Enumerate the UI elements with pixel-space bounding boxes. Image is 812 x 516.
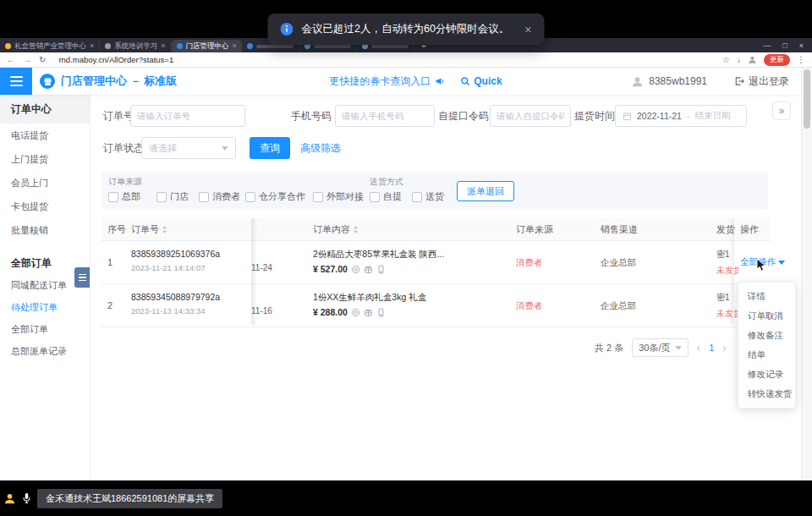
- tab-close-icon[interactable]: ×: [90, 42, 94, 50]
- dispatch-return-button[interactable]: 派单退回: [457, 181, 514, 201]
- page-size-select[interactable]: 30条/页: [632, 338, 688, 357]
- page-scrollbar[interactable]: [801, 68, 812, 480]
- toast-message: 会议已超过2人，自动转为60分钟限时会议。: [301, 22, 509, 36]
- maximize-icon[interactable]: □: [782, 41, 787, 50]
- sort-icon[interactable]: [353, 225, 359, 234]
- pagination: 共 2 条 30条/页 ‹ 1 ›: [595, 338, 727, 357]
- order-status-select[interactable]: 请选择: [141, 137, 236, 159]
- delivery-checkbox-self-pickup[interactable]: 自提: [370, 190, 402, 203]
- browser-tab-2[interactable]: 系统培训学习 ×: [100, 40, 171, 52]
- cell-order-content: 1份XX生鲜羊肉礼盒3kg 礼盒 ¥ 288.00: [313, 292, 506, 317]
- sidebar-item-member-visit[interactable]: 会员上门: [0, 171, 90, 195]
- quick-label: Quick: [474, 75, 502, 87]
- gift-icon: [364, 265, 373, 274]
- date-range-picker[interactable]: 2022-11-21 - 结束日期: [615, 105, 747, 127]
- menu-item-cancel-order[interactable]: 订单取消: [738, 306, 795, 326]
- date-end-placeholder[interactable]: 结束日期: [694, 110, 730, 122]
- menu-item-express-ship[interactable]: 转快递发货: [738, 384, 795, 403]
- collapse-filters-button[interactable]: »: [772, 102, 791, 120]
- sidebar-collapse-button[interactable]: [74, 267, 90, 288]
- order-no-input[interactable]: [130, 105, 245, 127]
- tab-label-placeholder: [256, 45, 294, 48]
- cell-index: 2: [107, 284, 112, 327]
- order-number[interactable]: 83859345088979792a: [131, 292, 220, 302]
- sidebar-item-batch-verify[interactable]: 批量核销: [0, 218, 90, 242]
- presenter-icon: [3, 492, 16, 505]
- forward-icon[interactable]: →: [23, 55, 31, 64]
- screen-share-bar: 金禾通技术王斌18662591081的屏幕共享: [0, 480, 812, 516]
- browser-tab-1[interactable]: 礼盒营销产业管理中心 ×: [0, 40, 100, 52]
- sidebar-item-all-orders[interactable]: 全部订单: [0, 318, 90, 340]
- checkbox-icon: [199, 192, 209, 202]
- sort-icon[interactable]: [162, 225, 167, 234]
- menu-item-close-order[interactable]: 结单: [738, 345, 795, 365]
- tab-close-icon[interactable]: ×: [161, 42, 165, 50]
- kebab-menu-icon[interactable]: ⋮: [797, 55, 805, 64]
- scrollbar-thumb[interactable]: [804, 69, 810, 129]
- user-account[interactable]: 8385wb1991: [631, 75, 707, 88]
- menu-toggle-button[interactable]: [0, 68, 32, 95]
- source-checkbox-external[interactable]: 外部对接: [313, 190, 364, 203]
- menu-item-details[interactable]: 详情: [738, 287, 795, 306]
- source-checkbox-warehouse-share[interactable]: 仓分享合作: [245, 190, 305, 203]
- phone-label: 手机号码: [291, 105, 332, 127]
- tab-close-icon[interactable]: ×: [233, 42, 237, 50]
- sidebar-item-hq-dispatch-records[interactable]: 总部派单记录: [0, 340, 90, 362]
- tab-favicon: [105, 43, 111, 49]
- logout-button[interactable]: 退出登录: [734, 74, 789, 89]
- back-icon[interactable]: ←: [7, 55, 15, 64]
- browser-window: 礼盒营销产业管理中心 × 系统培训学习 × 门店管理中心 ×: [0, 38, 812, 480]
- screen: 礼盒营销产业管理中心 × 系统培训学习 × 门店管理中心 ×: [0, 0, 812, 516]
- tab-label: 门店管理中心: [186, 41, 229, 52]
- checkbox-label: 送货: [425, 190, 444, 203]
- download-icon[interactable]: ↓: [737, 55, 741, 64]
- date-start-value[interactable]: 2022-11-21: [637, 111, 682, 121]
- page-body: 订单中心 电话提货 上门提货 会员上门 卡包提货 批量核销 全部订单 同城配送订…: [0, 95, 812, 480]
- col-channel: 销售渠道: [601, 218, 638, 240]
- app-logo-icon: [40, 74, 55, 89]
- sidebar-item-phone-pickup[interactable]: 电话提货: [0, 124, 90, 147]
- tab-label: 礼盒营销产业管理中心: [14, 41, 86, 52]
- phone-input[interactable]: [335, 105, 435, 127]
- menu-item-edit-note[interactable]: 修改备注: [738, 326, 795, 345]
- order-status-label: 订单状态: [103, 137, 144, 159]
- advanced-filter-link[interactable]: 高级筛选: [300, 137, 341, 159]
- app-title-text: 门店管理中心: [61, 74, 127, 87]
- browser-update-button[interactable]: 更新: [764, 54, 790, 66]
- bookmark-star-icon[interactable]: ☆: [722, 55, 730, 64]
- profile-icon[interactable]: [748, 55, 757, 64]
- checkbox-label: 自提: [383, 190, 402, 203]
- order-content-text: 1份XX生鲜羊肉礼盒3kg 礼盒: [313, 292, 506, 304]
- app-edition-text: 标准版: [144, 74, 177, 87]
- coupon-query-link[interactable]: 更快捷的券卡查询入口: [329, 74, 445, 89]
- sidebar-item-card-pickup[interactable]: 卡包提货: [0, 195, 90, 218]
- phone-icon: [376, 265, 386, 274]
- quick-search-link[interactable]: Quick: [460, 75, 502, 87]
- source-checkbox-store[interactable]: 门店: [156, 190, 189, 203]
- sidebar-item-pending-orders[interactable]: 待处理订单: [0, 296, 90, 318]
- checkbox-icon: [245, 192, 255, 202]
- toast-close-icon[interactable]: ×: [524, 23, 531, 36]
- microphone-icon[interactable]: [22, 492, 31, 504]
- page-size-value: 30条/页: [639, 342, 670, 354]
- url-text[interactable]: rnd.maboy.cn/AllOrder?status=1: [58, 55, 173, 64]
- source-checkbox-consumer[interactable]: 消费者: [199, 190, 240, 203]
- pickup-code-input[interactable]: [490, 105, 571, 127]
- delivery-checkbox-delivery[interactable]: 送货: [412, 190, 444, 203]
- current-page-button[interactable]: 1: [709, 343, 714, 353]
- cell-order-no: 83859389251069376a 2023-11-21 14:14:07: [131, 249, 220, 272]
- chevron-down-icon: [778, 261, 785, 265]
- source-checkbox-hq[interactable]: 总部: [108, 190, 140, 203]
- close-icon[interactable]: ×: [799, 41, 804, 50]
- reload-icon[interactable]: ↻: [39, 55, 46, 64]
- search-button[interactable]: 查询: [250, 137, 290, 159]
- order-number[interactable]: 83859389251069376a: [131, 249, 220, 259]
- menu-item-edit-history[interactable]: 修改记录: [738, 365, 795, 384]
- order-time: 2023-11-13 14:33:34: [131, 306, 220, 316]
- browser-tab-active[interactable]: 门店管理中心 ×: [172, 40, 242, 52]
- minimize-icon[interactable]: —: [763, 41, 771, 50]
- prev-page-button[interactable]: ‹: [697, 341, 701, 354]
- cell-index: 1: [107, 241, 112, 283]
- sidebar-item-door-pickup[interactable]: 上门提货: [0, 147, 90, 171]
- next-page-button[interactable]: ›: [722, 341, 727, 354]
